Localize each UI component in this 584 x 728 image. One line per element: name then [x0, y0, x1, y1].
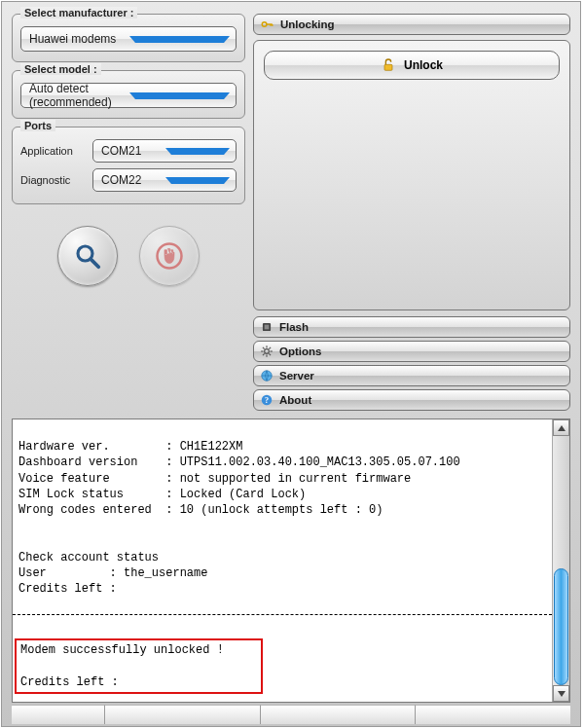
chevron-down-icon	[129, 92, 230, 99]
unlocking-header[interactable]: Unlocking	[253, 14, 570, 35]
unlocking-label: Unlocking	[280, 18, 335, 30]
globe-icon	[260, 369, 274, 382]
flash-label: Flash	[279, 321, 309, 333]
log-line: Wrong codes entered : 10 (unlock attempt…	[18, 503, 383, 517]
stop-hand-icon	[155, 241, 184, 271]
log-line: Check account status	[18, 551, 159, 564]
unlock-button[interactable]: Unlock	[264, 51, 560, 80]
top-area: Select manufacturer : Huawei modems Sele…	[2, 2, 580, 411]
log-line: Credits left :	[18, 582, 117, 596]
svg-line-14	[263, 353, 265, 355]
svg-rect-4	[384, 64, 392, 70]
manufacturer-group: Select manufacturer : Huawei modems	[12, 14, 245, 62]
divider	[13, 614, 552, 615]
log-line: Credits left :	[20, 675, 119, 689]
chip-icon	[260, 320, 274, 334]
log-line: Voice feature : not supported in current…	[18, 472, 411, 486]
ports-label: Ports	[20, 120, 55, 131]
options-header[interactable]: Options	[253, 341, 570, 362]
round-buttons	[12, 226, 245, 286]
chevron-down-icon	[558, 691, 566, 697]
app-window: Select manufacturer : Huawei modems Sele…	[1, 1, 581, 727]
svg-line-12	[263, 347, 265, 349]
model-group: Select model : Auto detect (recommended)	[12, 70, 245, 119]
status-segment	[105, 705, 261, 724]
svg-point-3	[262, 22, 267, 27]
status-bar	[12, 705, 570, 724]
about-label: About	[279, 394, 311, 406]
gear-icon	[260, 345, 274, 358]
log-area: Hardware ver. : CH1E122XM Dashboard vers…	[12, 419, 570, 703]
scroll-up-button[interactable]	[553, 419, 569, 436]
chevron-down-icon	[129, 36, 230, 43]
left-column: Select manufacturer : Huawei modems Sele…	[12, 14, 245, 411]
magnifier-icon	[73, 241, 102, 271]
port-diagnostic-value: COM22	[101, 173, 165, 187]
key-icon	[260, 18, 274, 31]
port-application-row: Application COM21	[20, 139, 237, 163]
log-line: SIM Lock status : Locked (Card Lock)	[18, 488, 306, 501]
model-label: Select model :	[20, 63, 101, 75]
status-segment	[416, 705, 570, 724]
manufacturer-label: Select manufacturer :	[20, 7, 137, 18]
status-segment	[12, 705, 105, 724]
log-line: Modem successfully unlocked !	[20, 643, 224, 657]
port-application-value: COM21	[101, 144, 165, 158]
svg-line-13	[269, 353, 271, 355]
model-combo[interactable]: Auto detect (recommended)	[20, 83, 237, 108]
unlock-button-label: Unlock	[404, 58, 443, 72]
options-label: Options	[279, 346, 321, 357]
svg-line-1	[91, 259, 98, 267]
svg-rect-6	[265, 325, 270, 330]
chevron-down-icon	[165, 148, 230, 155]
log-line: Hardware ver. : CH1E122XM	[18, 440, 242, 454]
status-segment	[261, 705, 417, 724]
chevron-up-icon	[558, 425, 566, 431]
log-line: Dashboard version : UTPS11.002.03.40.100…	[18, 455, 460, 469]
stop-button[interactable]	[139, 226, 200, 286]
server-header[interactable]: Server	[253, 365, 570, 386]
unlocking-body: Unlock	[253, 40, 570, 310]
scroll-down-button[interactable]	[553, 685, 569, 702]
port-diagnostic-row: Diagnostic COM22	[20, 168, 237, 192]
unlock-icon	[381, 57, 396, 73]
port-diagnostic-combo[interactable]: COM22	[92, 168, 237, 192]
flash-header[interactable]: Flash	[253, 316, 570, 338]
search-button[interactable]	[57, 226, 118, 286]
chevron-down-icon	[165, 177, 230, 184]
info-icon: ?	[260, 393, 274, 407]
svg-line-15	[269, 347, 271, 349]
log-line: User : the_username	[18, 566, 207, 580]
svg-text:?: ?	[265, 396, 269, 405]
svg-point-7	[265, 349, 270, 354]
about-header[interactable]: ? About	[253, 389, 570, 411]
manufacturer-value: Huawei modems	[29, 32, 129, 46]
port-diagnostic-label: Diagnostic	[20, 174, 87, 186]
ports-group: Ports Application COM21 Diagnostic COM22	[12, 127, 245, 204]
port-application-combo[interactable]: COM21	[92, 139, 237, 163]
success-highlight: Modem successfully unlocked ! Credits le…	[15, 638, 263, 694]
scroll-track[interactable]	[553, 436, 569, 685]
scroll-thumb[interactable]	[554, 568, 568, 685]
manufacturer-combo[interactable]: Huawei modems	[20, 26, 237, 52]
server-label: Server	[279, 370, 314, 382]
scrollbar[interactable]	[552, 419, 569, 702]
log-content[interactable]: Hardware ver. : CH1E122XM Dashboard vers…	[13, 419, 552, 702]
model-value: Auto detect (recommended)	[29, 82, 129, 109]
port-application-label: Application	[20, 145, 87, 157]
right-column: Unlocking Unlock Flash	[253, 14, 570, 411]
